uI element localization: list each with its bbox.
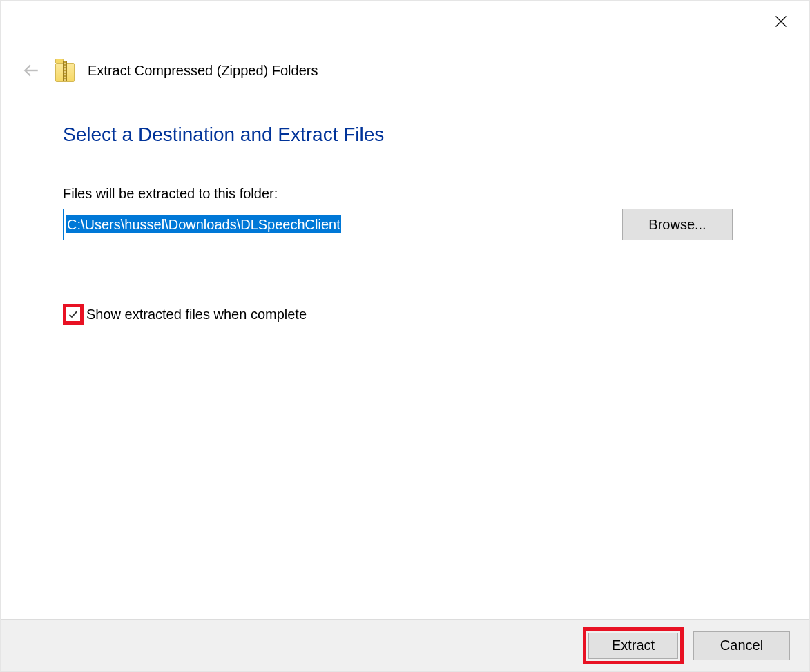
wizard-header: Extract Compressed (Zipped) Folders bbox=[1, 59, 809, 82]
checkmark-icon bbox=[68, 309, 79, 320]
wizard-title: Extract Compressed (Zipped) Folders bbox=[88, 63, 318, 79]
close-icon bbox=[774, 15, 788, 28]
zip-folder-icon bbox=[55, 59, 75, 82]
show-files-row: Show extracted files when complete bbox=[63, 304, 747, 325]
show-files-label: Show extracted files when complete bbox=[86, 307, 307, 323]
cancel-button[interactable]: Cancel bbox=[693, 631, 790, 660]
wizard-content: Select a Destination and Extract Files F… bbox=[1, 82, 809, 619]
back-arrow-icon bbox=[22, 61, 40, 79]
back-button[interactable] bbox=[20, 59, 42, 81]
destination-row: C:\Users\hussel\Downloads\DLSpeechClient… bbox=[63, 209, 747, 240]
extract-button-highlight: Extract bbox=[583, 627, 684, 664]
show-files-checkbox[interactable] bbox=[63, 304, 84, 325]
destination-input-value: C:\Users\hussel\Downloads\DLSpeechClient bbox=[66, 215, 341, 233]
extract-button[interactable]: Extract bbox=[588, 633, 678, 659]
destination-label: Files will be extracted to this folder: bbox=[63, 186, 747, 202]
close-button[interactable] bbox=[765, 8, 797, 35]
destination-input[interactable]: C:\Users\hussel\Downloads\DLSpeechClient bbox=[63, 209, 608, 240]
wizard-footer: Extract Cancel bbox=[1, 619, 809, 671]
extract-wizard-window: Extract Compressed (Zipped) Folders Sele… bbox=[0, 0, 810, 672]
page-heading: Select a Destination and Extract Files bbox=[63, 124, 747, 146]
titlebar bbox=[1, 1, 809, 42]
browse-button[interactable]: Browse... bbox=[622, 209, 733, 240]
